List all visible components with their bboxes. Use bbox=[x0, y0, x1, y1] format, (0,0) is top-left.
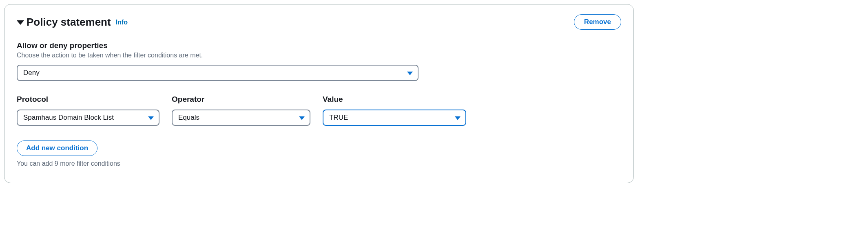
action-select-value: Deny bbox=[17, 65, 418, 81]
action-select[interactable]: Deny bbox=[17, 65, 418, 81]
policy-statement-panel: Policy statement Info Remove Allow or de… bbox=[4, 4, 634, 183]
protocol-column: Protocol Spamhaus Domain Block List bbox=[17, 95, 159, 126]
info-link[interactable]: Info bbox=[116, 19, 128, 26]
value-column: Value TRUE bbox=[323, 95, 466, 126]
remove-button[interactable]: Remove bbox=[574, 14, 621, 30]
operator-label: Operator bbox=[172, 95, 310, 104]
operator-column: Operator Equals bbox=[172, 95, 310, 126]
add-condition-section: Add new condition You can add 9 more fil… bbox=[17, 140, 621, 167]
add-new-condition-button[interactable]: Add new condition bbox=[17, 140, 97, 156]
panel-title-text: Policy statement bbox=[27, 16, 111, 29]
value-label: Value bbox=[323, 95, 466, 104]
caret-down-icon bbox=[17, 20, 24, 25]
panel-title[interactable]: Policy statement bbox=[17, 16, 111, 29]
condition-limit-text: You can add 9 more filter conditions bbox=[17, 160, 621, 167]
protocol-select-value: Spamhaus Domain Block List bbox=[17, 110, 159, 126]
panel-header: Policy statement Info Remove bbox=[17, 14, 621, 30]
protocol-select[interactable]: Spamhaus Domain Block List bbox=[17, 110, 159, 126]
value-select-value: TRUE bbox=[323, 110, 466, 126]
protocol-label: Protocol bbox=[17, 95, 159, 104]
action-section-label: Allow or deny properties bbox=[17, 41, 621, 50]
value-select[interactable]: TRUE bbox=[323, 110, 466, 126]
filter-condition-row: Protocol Spamhaus Domain Block List Oper… bbox=[17, 95, 621, 126]
action-section-description: Choose the action to be taken when the f… bbox=[17, 52, 621, 59]
panel-header-left: Policy statement Info bbox=[17, 16, 128, 29]
operator-select[interactable]: Equals bbox=[172, 110, 310, 126]
operator-select-value: Equals bbox=[172, 110, 310, 126]
